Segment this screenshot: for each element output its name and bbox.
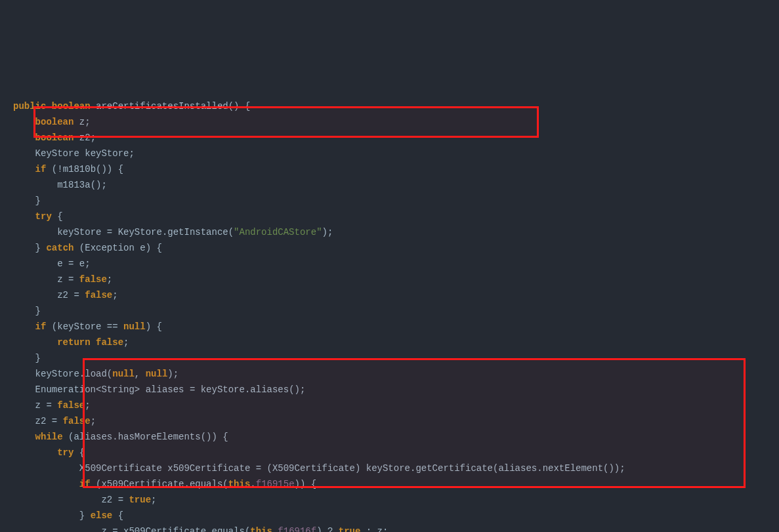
code-line: if (x509Certificate.equals(this.f16915e)… — [13, 479, 316, 489]
var-aliases: aliases — [146, 384, 184, 395]
var-z2: z2 — [79, 133, 91, 143]
var-z: z — [377, 526, 383, 532]
code-line: keyStore.load(null, null); — [13, 369, 179, 379]
var-z2: z2 — [35, 416, 47, 426]
var-x509: x509Certificate — [123, 526, 206, 532]
var-z2: z2 — [57, 290, 68, 300]
fn-m1810b: m1810b — [63, 164, 96, 174]
kw-public: public — [13, 101, 46, 112]
code-line: m1813a(); — [13, 180, 107, 190]
lit-false: false — [79, 274, 107, 285]
var-keystore: keyStore — [201, 384, 245, 395]
fn-m1813a: m1813a — [57, 180, 90, 190]
string-androidcastore: "AndroidCAStore" — [234, 227, 322, 237]
fn-nextelement: nextElement — [543, 463, 603, 474]
code-line: boolean z2; — [13, 133, 96, 143]
code-line: z = false; — [13, 274, 112, 285]
type-enumeration: Enumeration — [35, 384, 96, 395]
var-keystore: keyStore — [35, 369, 79, 379]
kw-else: else — [91, 510, 113, 521]
var-z: z — [79, 117, 85, 127]
code-line: e = e; — [13, 258, 91, 269]
code-line: if (!m1810b()) { — [13, 164, 123, 174]
var-aliases: aliases — [74, 432, 112, 442]
code-line: } — [13, 195, 41, 206]
code-line: while (aliases.hasMoreElements()) { — [13, 432, 228, 442]
code-line: } else { — [13, 510, 123, 521]
var-z: z — [101, 526, 106, 532]
code-line: KeyStore keyStore; — [13, 148, 135, 159]
lit-null: null — [123, 321, 146, 332]
code-line: boolean z; — [13, 117, 91, 127]
lit-null: null — [146, 369, 168, 379]
var-x509: x509Certificate — [101, 479, 184, 489]
kw-boolean: boolean — [52, 101, 91, 112]
fn-aliases: aliases — [250, 384, 289, 395]
code-line: z2 = false; — [13, 416, 96, 426]
kw-boolean: boolean — [35, 133, 74, 143]
method-name: areCertificatesInstalled — [96, 101, 228, 112]
kw-if: if — [35, 321, 47, 332]
var-z: z — [57, 274, 62, 285]
kw-while: while — [35, 432, 63, 442]
code-line: X509Certificate x509Certificate = (X509C… — [13, 463, 625, 474]
type-string: String — [101, 384, 134, 395]
code-line: try { — [13, 211, 63, 222]
code-line: z = false; — [13, 400, 91, 411]
fn-equals: equals — [190, 479, 222, 489]
type-x509: X509Certificate — [79, 463, 162, 474]
var-keystore: keyStore — [57, 321, 101, 332]
code-line: z2 = true; — [13, 495, 156, 505]
var-keystore: keyStore — [57, 227, 101, 237]
var-z: z — [35, 400, 41, 411]
kw-if: if — [35, 164, 47, 174]
field-f16916f: f16916f — [278, 526, 316, 532]
lit-false: false — [57, 400, 85, 411]
var-e: e — [57, 258, 62, 269]
field-f16915e: f16915e — [256, 479, 295, 489]
code-line: Enumeration<String> aliases = keyStore.a… — [13, 384, 305, 395]
code-line: return false; — [13, 337, 129, 348]
var-aliases: aliases — [498, 463, 537, 474]
code-line: z2 = false; — [13, 290, 118, 300]
fn-equals: equals — [211, 526, 244, 532]
fn-load: load — [85, 369, 107, 379]
kw-return: return — [57, 337, 90, 348]
code-line: try { — [13, 447, 85, 458]
var-z2: z2 — [101, 495, 112, 505]
code-line: z = x509Certificate.equals(this.f16916f)… — [13, 526, 388, 532]
kw-if: if — [79, 479, 91, 489]
kw-this: this — [250, 526, 272, 532]
lit-false: false — [96, 337, 123, 348]
var-e: e — [79, 258, 85, 269]
var-x509: x509Certificate — [167, 463, 250, 474]
type-exception: Exception — [85, 243, 135, 253]
code-line: public boolean areCertificatesInstalled(… — [13, 101, 250, 112]
fn-getcertificate: getCertificate — [415, 463, 493, 474]
kw-boolean: boolean — [35, 117, 74, 127]
code-line: } — [13, 306, 41, 316]
kw-catch: catch — [46, 243, 74, 253]
var-e: e — [140, 243, 145, 253]
kw-this: this — [228, 479, 251, 489]
var-keystore: keyStore — [366, 463, 410, 474]
type-keystore: KeyStore — [35, 148, 79, 159]
kw-try: try — [57, 447, 74, 458]
type-keystore: KeyStore — [118, 227, 162, 237]
lit-false: false — [63, 416, 91, 426]
code-line: if (keyStore == null) { — [13, 321, 162, 332]
code-line: keyStore = KeyStore.getInstance("Android… — [13, 227, 333, 237]
lit-false: false — [85, 290, 112, 300]
code-line: } catch (Exception e) { — [13, 243, 162, 253]
fn-hasmoreelements: hasMoreElements — [118, 432, 201, 442]
code-line: } — [13, 353, 41, 363]
lit-null: null — [112, 369, 135, 379]
lit-true: true — [339, 526, 361, 532]
fn-getinstance: getInstance — [167, 227, 228, 237]
var-keystore: keyStore — [85, 148, 129, 159]
type-x509: X509Certificate — [272, 463, 355, 474]
lit-true: true — [129, 495, 151, 505]
kw-try: try — [35, 211, 52, 222]
